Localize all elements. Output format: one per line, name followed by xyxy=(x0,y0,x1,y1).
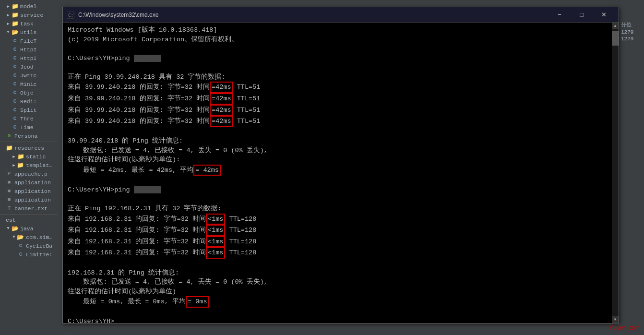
sidebar-item-java[interactable]: ▼ 📂 java xyxy=(0,224,58,233)
sidebar-item-service[interactable]: ▶ 📁 service xyxy=(0,11,58,19)
ping1-r4: 来自 39.99.240.218 的回复: 字节=32 时间=42ms TTL=… xyxy=(68,116,614,127)
prompt2-text: C:\Users\YH>ping xyxy=(68,186,130,193)
scrollbar-thumb[interactable] xyxy=(612,31,619,46)
sidebar-item-thre[interactable]: C Thre xyxy=(0,114,58,123)
sidebar-label-httpi2: HttpI xyxy=(20,55,37,61)
sidebar-item-time[interactable]: C Time xyxy=(0,123,58,132)
final-prompt: C:\Users\YH> xyxy=(68,317,614,323)
expand-arrow-static: ▶ xyxy=(12,154,16,159)
minimize-button[interactable]: − xyxy=(549,7,571,23)
class-icon-split: C xyxy=(12,107,18,113)
sidebar-label-split: Split xyxy=(20,107,37,113)
sidebar-label-redi: Redi: xyxy=(20,98,37,105)
sidebar-label-app2: application xyxy=(14,188,51,194)
ping1-r3-text: 来自 39.99.240.218 的回复: 字节=32 时间 xyxy=(68,107,210,114)
sidebar-item-task[interactable]: ▶ 📁 task xyxy=(0,19,58,28)
folder-icon-task: 📁 xyxy=(12,20,18,27)
ping2-r4-highlight: <1ms xyxy=(206,247,225,259)
sidebar-label-limitte: LimitTe: xyxy=(26,251,52,258)
sidebar-label-time: Time xyxy=(20,124,34,131)
class-icon-time: C xyxy=(12,124,18,131)
ping2-stats-header: 192.168.2.31 的 Ping 统计信息: xyxy=(68,268,614,278)
ping2-r2-end: TTL=128 xyxy=(225,227,256,234)
folder-icon-service: 📁 xyxy=(12,12,18,18)
ping1-r2-text: 来自 39.99.240.218 的回复: 字节=32 时间 xyxy=(68,95,210,102)
ping1-stats-rtt-label: 往返行程的估计时间(以毫秒为单位): xyxy=(68,155,614,165)
sidebar-item-banner[interactable]: T banner.txt xyxy=(0,204,58,213)
class-icon-limitte: C xyxy=(17,251,24,258)
sidebar-item-app2[interactable]: ■ application xyxy=(0,187,58,195)
folder-icon-static: 📁 xyxy=(17,153,24,160)
cmd-window: C:\ C:\Windows\system32\cmd.exe − □ ✕ Mi… xyxy=(62,7,619,323)
sidebar-item-comsimon[interactable]: ▼ 📂 com.simon xyxy=(0,233,58,241)
ping1-r3: 来自 39.99.240.218 的回复: 字节=32 时间=42ms TTL=… xyxy=(68,105,614,116)
class-icon-jcod: C xyxy=(12,63,18,70)
sidebar-item-minic[interactable]: C Minic xyxy=(0,80,58,88)
sidebar-label-utils: utils xyxy=(20,29,37,36)
scrollbar-down-arrow[interactable]: ▼ xyxy=(612,316,619,323)
sidebar-item-appcache[interactable]: P appcache.p xyxy=(0,169,58,178)
blank3 xyxy=(68,127,614,137)
sidebar-label-app1: application xyxy=(14,179,51,186)
sidebar-item-limitte[interactable]: C LimitTe: xyxy=(0,250,58,259)
sidebar-item-app1[interactable]: ■ application xyxy=(0,178,58,187)
sidebar-item-jcod[interactable]: C Jcod xyxy=(0,62,58,71)
sidebar-item-persona[interactable]: G Persona xyxy=(0,132,58,140)
sidebar-item-resources[interactable]: 📁 resources xyxy=(0,144,58,152)
folder-icon-model: 📁 xyxy=(12,3,18,10)
expand-arrow-java: ▼ xyxy=(6,226,11,231)
sidebar-item-cyclicba[interactable]: C CyclicBa xyxy=(0,241,58,250)
header-line1: Microsoft Windows [版本 10.0.18363.418] xyxy=(68,25,614,35)
sidebar-label-est: est xyxy=(6,217,16,223)
class-icon-minic: C xyxy=(12,81,18,87)
cmd-scrollbar[interactable]: ▲ ▼ xyxy=(612,23,619,323)
ping1-r4-highlight: =42ms xyxy=(210,116,233,127)
blank7 xyxy=(68,308,614,317)
sidebar-label-minic: Minic xyxy=(20,81,37,87)
sidebar-label-model: model xyxy=(20,3,37,10)
sidebar-item-model[interactable]: ▶ 📁 model xyxy=(0,2,58,11)
ping2-r4-end: TTL=128 xyxy=(225,249,256,256)
class-icon-redi: C xyxy=(12,98,18,105)
class-icon-filet: C xyxy=(12,37,18,44)
ping1-stats-header: 39.99.240.218 的 Ping 统计信息: xyxy=(68,136,614,146)
cmd-content[interactable]: Microsoft Windows [版本 10.0.18363.418] (c… xyxy=(63,23,619,323)
ping2-r1-end: TTL=128 xyxy=(225,215,256,223)
ping2-r4-text: 来自 192.168.2.31 的回复: 字节=32 时间 xyxy=(68,249,206,256)
sidebar-item-app3[interactable]: ■ application xyxy=(0,195,58,204)
maximize-button[interactable]: □ xyxy=(571,7,593,23)
sidebar-label-persona: Persona xyxy=(14,133,37,139)
ping1-r4-text: 来自 39.99.240.218 的回复: 字节=32 时间 xyxy=(68,118,210,125)
ping1-r1: 来自 39.99.240.218 的回复: 字节=32 时间=42ms TTL=… xyxy=(68,82,614,93)
sidebar-label-comsimon: com.simon xyxy=(26,234,56,240)
ping2-r3-end: TTL=128 xyxy=(225,238,256,245)
scrollbar-up-arrow[interactable]: ▲ xyxy=(612,23,619,29)
sidebar-item-utils[interactable]: ▼ 📂 utils xyxy=(0,28,58,36)
sidebar-divider xyxy=(0,142,58,142)
close-button[interactable]: ✕ xyxy=(593,7,615,23)
sidebar-item-static[interactable]: ▶ 📁 static xyxy=(0,152,58,161)
ping2-r2: 来自 192.168.2.31 的回复: 字节=32 时间<1ms TTL=12… xyxy=(68,225,614,236)
blank5 xyxy=(68,195,614,204)
ping2-r1: 来自 192.168.2.31 的回复: 字节=32 时间<1ms TTL=12… xyxy=(68,214,614,225)
sidebar-item-jwttc[interactable]: C JwtTc xyxy=(0,71,58,80)
sidebar-item-filet[interactable]: C FileT xyxy=(0,36,58,45)
sidebar-item-redi[interactable]: C Redi: xyxy=(0,97,58,106)
ping2-rtt-highlight: = 0ms xyxy=(186,296,209,308)
ping2-start: 正在 Ping 192.168.2.31 具有 32 字节的数据: xyxy=(68,204,614,214)
sidebar-item-obje[interactable]: C Obje xyxy=(0,88,58,97)
sidebar-item-httpi1[interactable]: C HttpI xyxy=(0,45,58,54)
cmd-icon: C:\ xyxy=(67,11,74,19)
sidebar-item-templates[interactable]: ▶ 📁 templates xyxy=(0,161,58,169)
sidebar-item-split[interactable]: C Split xyxy=(0,106,58,114)
ping2-r1-highlight: <1ms xyxy=(206,214,225,225)
ping1-r2-highlight: =42ms xyxy=(210,93,233,105)
sidebar-item-est[interactable]: est xyxy=(0,216,58,224)
sidebar-item-httpi2[interactable]: C HttpI xyxy=(0,54,58,62)
class-icon-httpi2: C xyxy=(12,55,18,61)
expand-arrow-utils: ▼ xyxy=(6,30,11,35)
sidebar-label-app3: application xyxy=(14,197,51,203)
sidebar-label-thre: Thre xyxy=(20,116,34,122)
ping2-r2-highlight: <1ms xyxy=(206,225,225,236)
ping2-r2-text: 来自 192.168.2.31 的回复: 字节=32 时间 xyxy=(68,227,206,234)
